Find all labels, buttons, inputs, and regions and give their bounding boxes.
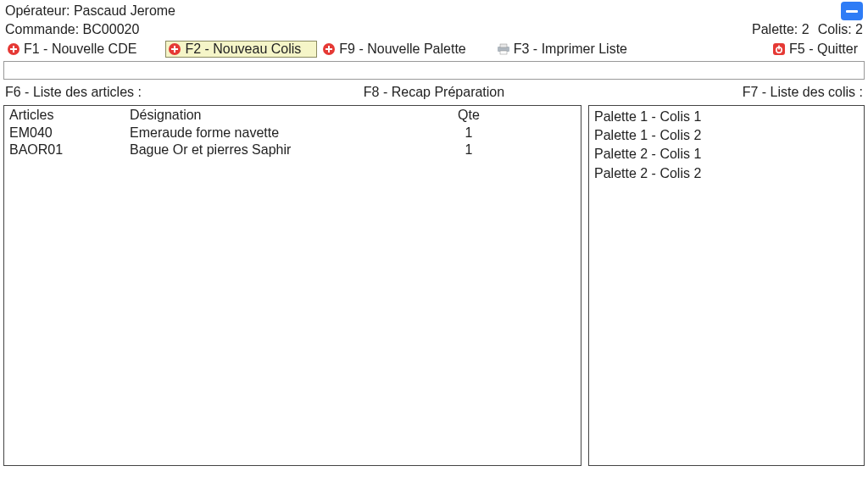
f2-label: F2 - Nouveau Colis <box>185 42 301 57</box>
svg-rect-11 <box>500 51 507 54</box>
col-articles: Articles <box>9 108 130 123</box>
f2-new-colis-button[interactable]: F2 - Nouveau Colis <box>165 41 317 58</box>
operator-name: Pascaud Jerome <box>74 3 175 18</box>
colis-panel: Palette 1 - Colis 1 Palette 1 - Colis 2 … <box>588 105 865 466</box>
printer-icon <box>497 42 510 56</box>
counts: Palette: 2 Colis: 2 <box>752 20 863 39</box>
order-info: Commande: BC00020 <box>5 20 139 39</box>
table-row[interactable]: BAOR01 Bague Or et pierres Saphir 1 <box>4 141 581 158</box>
toolbar: F1 - Nouvelle CDE F2 - Nouveau Colis F9 … <box>0 39 868 61</box>
article-designation: Emeraude forme navette <box>130 125 435 141</box>
article-designation: Bague Or et pierres Saphir <box>130 142 435 158</box>
order-label: Commande: <box>5 22 79 36</box>
list-item[interactable]: Palette 1 - Colis 2 <box>594 126 859 145</box>
f1-label: F1 - Nouvelle CDE <box>24 42 136 57</box>
f9-label: F9 - Nouvelle Palette <box>339 42 465 57</box>
list-item[interactable]: Palette 2 - Colis 2 <box>594 164 859 183</box>
f5-label: F5 - Quitter <box>789 42 858 57</box>
list-item[interactable]: Palette 1 - Colis 1 <box>594 108 859 126</box>
f3-print-list-button[interactable]: F3 - Imprimer Liste <box>495 41 632 58</box>
f6-articles-header[interactable]: F6 - Liste des articles : <box>5 85 142 100</box>
svg-rect-2 <box>10 48 17 50</box>
search-input[interactable] <box>3 61 865 80</box>
plus-circle-icon <box>322 42 336 56</box>
col-designation: Désignation <box>130 108 435 123</box>
f9-new-palette-button[interactable]: F9 - Nouvelle Palette <box>320 41 470 58</box>
f5-quit-button[interactable]: F5 - Quitter <box>771 41 863 58</box>
plus-circle-icon <box>168 42 181 56</box>
svg-rect-8 <box>326 48 332 50</box>
list-item[interactable]: Palette 2 - Colis 1 <box>594 145 859 164</box>
colis-count: 2 <box>855 22 863 36</box>
svg-rect-10 <box>500 44 507 47</box>
palette-label: Palette: <box>752 22 798 36</box>
minimize-button[interactable] <box>841 2 863 20</box>
svg-rect-14 <box>778 45 780 49</box>
col-qte: Qte <box>435 108 503 123</box>
f8-recap-header[interactable]: F8 - Recap Préparation <box>364 85 504 100</box>
articles-panel: Articles Désignation Qte EM040 Emeraude … <box>3 105 581 466</box>
f1-new-order-button[interactable]: F1 - Nouvelle CDE <box>5 41 142 58</box>
article-code: BAOR01 <box>9 142 130 158</box>
operator-info: Opérateur: Pascaud Jerome <box>5 2 175 20</box>
svg-rect-5 <box>171 48 178 50</box>
f7-colis-header[interactable]: F7 - Liste des colis : <box>743 85 863 100</box>
f3-label: F3 - Imprimer Liste <box>514 42 627 57</box>
power-icon <box>772 42 786 56</box>
articles-header-row: Articles Désignation Qte <box>4 106 581 125</box>
operator-label: Opérateur: <box>5 3 70 18</box>
order-number: BC00020 <box>83 22 140 36</box>
minimize-icon <box>846 10 858 13</box>
article-qte: 1 <box>435 142 503 158</box>
plus-circle-icon <box>7 42 20 56</box>
article-qte: 1 <box>435 125 503 141</box>
article-code: EM040 <box>9 125 130 141</box>
palette-count: 2 <box>802 22 810 36</box>
colis-label: Colis: <box>818 22 852 36</box>
table-row[interactable]: EM040 Emeraude forme navette 1 <box>4 125 581 141</box>
